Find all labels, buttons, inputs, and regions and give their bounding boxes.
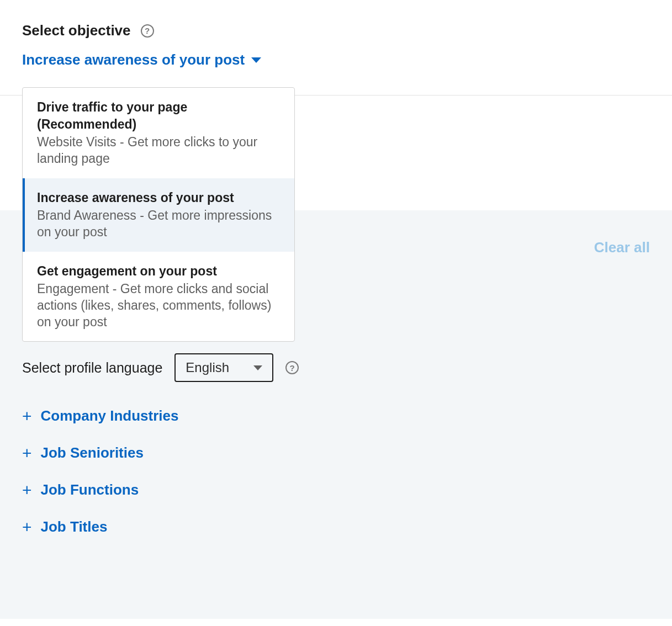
attribute-label: Job Seniorities — [41, 444, 144, 461]
objective-option-awareness[interactable]: Increase awareness of your post Brand Aw… — [23, 178, 294, 252]
help-icon[interactable]: ? — [141, 24, 154, 38]
caret-down-icon — [253, 365, 262, 370]
plus-icon: + — [22, 408, 32, 425]
objective-dropdown-panel: Drive traffic to your page (Recommended)… — [22, 87, 295, 342]
objective-dropdown-trigger[interactable]: Increase awareness of your post — [22, 51, 261, 68]
objective-option-drive-traffic[interactable]: Drive traffic to your page (Recommended)… — [23, 88, 294, 178]
plus-icon: + — [22, 482, 32, 498]
objective-label: Select objective — [22, 22, 131, 39]
objective-option-desc: Brand Awareness - Get more impressions o… — [37, 208, 280, 241]
clear-all-button[interactable]: Clear all — [594, 239, 650, 256]
objective-option-engagement[interactable]: Get engagement on your post Engagement -… — [23, 252, 294, 342]
objective-label-row: Select objective ? — [22, 22, 650, 39]
attribute-label: Company Industries — [41, 407, 179, 425]
attribute-label: Job Functions — [41, 481, 139, 498]
profile-language-label: Select profile language — [22, 360, 162, 376]
objective-section: Select objective ? Increase awareness of… — [0, 0, 672, 68]
objective-selected-value: Increase awareness of your post — [22, 51, 245, 68]
attribute-list: + Company Industries + Job Seniorities +… — [22, 397, 650, 545]
attribute-label: Job Titles — [41, 518, 108, 535]
add-job-titles[interactable]: + Job Titles — [22, 508, 650, 545]
objective-option-title: Drive traffic to your page (Recommended) — [37, 99, 280, 133]
add-company-industries[interactable]: + Company Industries — [22, 397, 650, 434]
caret-down-icon — [251, 57, 261, 63]
profile-language-value: English — [186, 360, 229, 375]
objective-option-title: Get engagement on your post — [37, 263, 280, 280]
objective-option-desc: Engagement - Get more clicks and social … — [37, 281, 280, 331]
help-icon[interactable]: ? — [285, 361, 299, 374]
add-job-seniorities[interactable]: + Job Seniorities — [22, 434, 650, 471]
plus-icon: + — [22, 519, 32, 535]
profile-language-select[interactable]: English — [174, 353, 273, 382]
add-job-functions[interactable]: + Job Functions — [22, 471, 650, 508]
profile-language-row: Select profile language English ? — [22, 353, 650, 382]
objective-option-desc: Website Visits - Get more clicks to your… — [37, 134, 280, 167]
plus-icon: + — [22, 445, 32, 461]
objective-option-title: Increase awareness of your post — [37, 189, 280, 206]
